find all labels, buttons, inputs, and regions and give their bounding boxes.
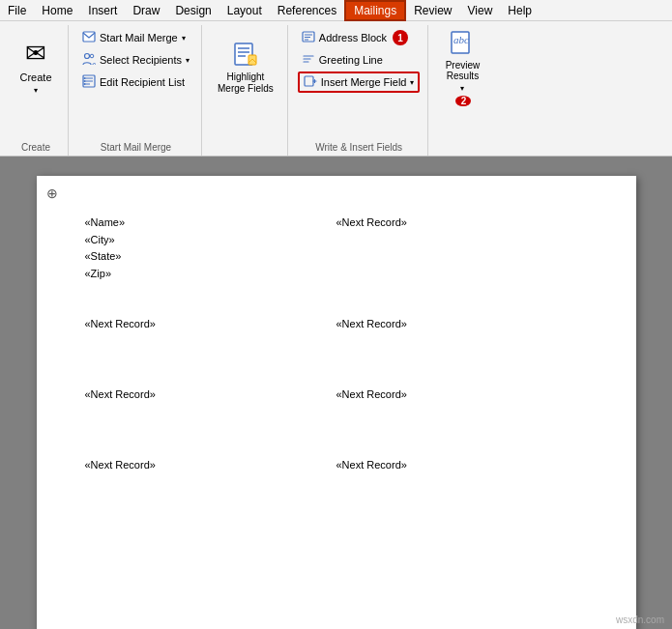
menu-help[interactable]: Help	[500, 2, 540, 19]
ribbon: ✉ Create ▾ Create	[0, 21, 672, 157]
start-mail-merge-group-label: Start Mail Merge	[78, 139, 193, 156]
preview-results-badge: 2	[455, 96, 471, 106]
create-label: Create	[19, 71, 51, 83]
menu-mailings[interactable]: Mailings	[344, 0, 406, 21]
next-record-7: «Next Record»	[336, 457, 588, 474]
doc-col-4-2: «Next Record»	[336, 457, 588, 474]
select-recipients-label: Select Recipients	[100, 54, 182, 66]
move-handle[interactable]: ⊕	[46, 186, 58, 201]
ribbon-items-write-insert: Address Block 1 Greeting Line	[298, 27, 421, 139]
svg-text:abc: abc	[453, 34, 469, 45]
menu-file[interactable]: File	[0, 2, 34, 19]
next-record-6: «Next Record»	[85, 457, 336, 474]
doc-col-1-1: «Name» «City» «State» «Zip»	[85, 214, 336, 282]
mail-merge-icon	[82, 30, 96, 46]
envelope-icon: ✉	[25, 39, 46, 69]
svg-rect-19	[305, 76, 313, 86]
next-record-3: «Next Record»	[336, 316, 588, 333]
ribbon-group-start-mail-merge: Start Mail Merge ▾ Select Reci	[71, 25, 202, 156]
insert-merge-field-icon	[304, 74, 317, 90]
doc-col-1-2: «Next Record»	[336, 214, 588, 282]
ribbon-items-create: ✉ Create ▾	[12, 27, 60, 139]
doc-col-2-2: «Next Record»	[336, 316, 588, 333]
ribbon-group-create: ✉ Create ▾ Create	[4, 25, 69, 156]
insert-merge-field-arrow: ▾	[410, 78, 414, 87]
start-mail-merge-arrow: ▾	[182, 34, 186, 43]
ribbon-items-start-mail-merge: Start Mail Merge ▾ Select Reci	[78, 27, 193, 139]
menu-layout[interactable]: Layout	[219, 2, 270, 19]
city-field: «City»	[85, 232, 336, 249]
doc-col-3-2: «Next Record»	[336, 386, 588, 404]
menu-insert[interactable]: Insert	[80, 2, 125, 19]
greeting-line-button[interactable]: Greeting Line	[298, 49, 421, 71]
address-block-badge: 1	[393, 30, 408, 45]
menu-view[interactable]: View	[460, 2, 501, 19]
menu-design[interactable]: Design	[167, 2, 219, 19]
next-record-1: «Next Record»	[336, 214, 588, 232]
list-icon	[82, 74, 96, 90]
menu-review[interactable]: Review	[406, 2, 459, 19]
watermark: wsxdn.com	[616, 615, 664, 625]
edit-recipient-list-button[interactable]: Edit Recipient List	[78, 71, 193, 93]
svg-point-1	[85, 53, 90, 58]
menu-references[interactable]: References	[270, 2, 344, 19]
address-block-button[interactable]: Address Block 1	[298, 27, 421, 48]
select-recipients-button[interactable]: Select Recipients ▾	[78, 49, 193, 71]
next-record-5: «Next Record»	[336, 386, 588, 404]
ribbon-content: ✉ Create ▾ Create	[0, 21, 672, 156]
highlight-merge-fields-button[interactable]: HighlightMerge Fields	[212, 27, 279, 106]
insert-merge-field-button[interactable]: Insert Merge Field ▾	[298, 71, 421, 93]
write-insert-group-label: Write & Insert Fields	[298, 139, 421, 156]
menu-home[interactable]: Home	[34, 2, 80, 19]
greeting-line-label: Greeting Line	[319, 54, 383, 66]
ribbon-items-highlight: HighlightMerge Fields	[212, 27, 279, 139]
create-button[interactable]: ✉ Create ▾	[12, 27, 60, 106]
address-block-label: Address Block	[319, 32, 387, 43]
people-icon	[82, 52, 96, 69]
ribbon-group-preview: abc PreviewResults ▾ 2 -	[430, 25, 494, 156]
next-record-2: «Next Record»	[85, 316, 336, 333]
svg-rect-0	[83, 32, 95, 42]
document-area: ⊕ «Name» «City» «State» «Zip» «Next Reco…	[0, 157, 672, 629]
name-field: «Name»	[85, 214, 336, 232]
select-recipients-arrow: ▾	[186, 56, 190, 65]
preview-results-button[interactable]: abc PreviewResults ▾ 2	[438, 27, 486, 106]
start-mail-merge-label: Start Mail Merge	[100, 32, 178, 43]
edit-recipient-list-label: Edit Recipient List	[100, 76, 185, 88]
greeting-line-icon	[302, 52, 315, 68]
start-mail-merge-button[interactable]: Start Mail Merge ▾	[78, 27, 193, 48]
svg-point-2	[90, 54, 94, 58]
ribbon-group-highlight: HighlightMerge Fields -	[204, 25, 288, 156]
doc-col-2-1: «Next Record»	[85, 316, 336, 333]
menu-draw[interactable]: Draw	[125, 2, 167, 19]
svg-point-8	[84, 80, 86, 82]
menu-bar: File Home Insert Draw Design Layout Refe…	[0, 0, 672, 21]
svg-point-9	[84, 83, 86, 85]
create-dropdown: ▾	[34, 86, 38, 95]
document-page: ⊕ «Name» «City» «State» «Zip» «Next Reco…	[37, 176, 636, 629]
svg-point-7	[84, 77, 86, 79]
address-block-icon	[302, 30, 315, 45]
preview-results-arrow: ▾	[460, 84, 464, 93]
preview-results-label: PreviewResults	[446, 60, 481, 81]
doc-col-4-1: «Next Record»	[85, 457, 336, 474]
ribbon-group-write-insert: Address Block 1 Greeting Line	[290, 25, 429, 156]
start-mail-merge-col: Start Mail Merge ▾ Select Reci	[78, 27, 193, 93]
zip-field: «Zip»	[85, 266, 336, 283]
insert-merge-field-label: Insert Merge Field	[321, 76, 407, 88]
next-record-4: «Next Record»	[85, 386, 336, 404]
ribbon-items-preview: abc PreviewResults ▾ 2	[438, 27, 486, 139]
highlight-icon	[232, 40, 259, 69]
write-insert-col: Address Block 1 Greeting Line	[298, 27, 421, 93]
create-group-label: Create	[12, 139, 60, 156]
preview-results-icon: abc	[449, 28, 476, 57]
highlight-label-line1: HighlightMerge Fields	[218, 71, 274, 95]
state-field: «State»	[85, 248, 336, 266]
doc-col-3-1: «Next Record»	[85, 386, 336, 404]
